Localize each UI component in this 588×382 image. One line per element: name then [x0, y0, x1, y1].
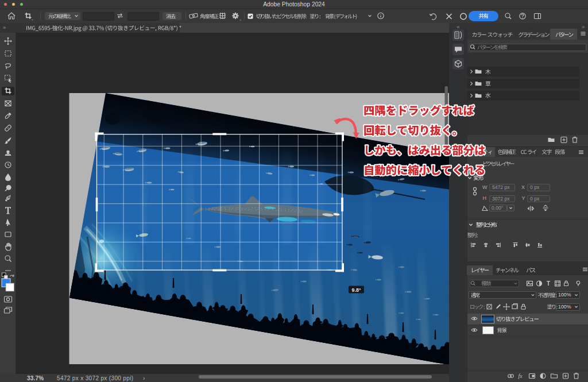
svg-text:9.8°: 9.8°	[351, 287, 361, 293]
